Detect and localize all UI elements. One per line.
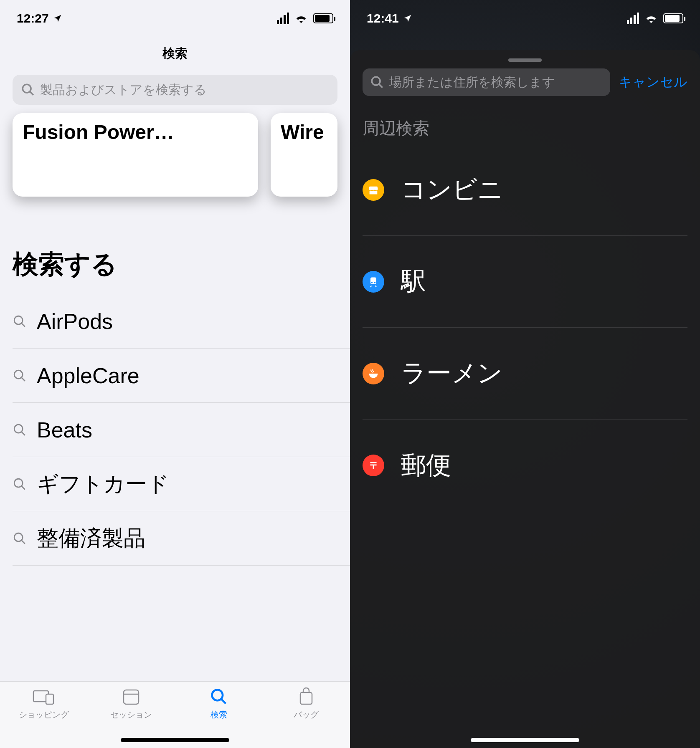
section-title: 検索する xyxy=(0,213,350,294)
nearby-item-station[interactable]: 駅 xyxy=(363,236,687,328)
bag-icon xyxy=(295,687,317,706)
search-sheet: 場所または住所を検索します キャンセル 周辺検索 コンビニ 駅 xyxy=(350,50,700,748)
store-icon xyxy=(363,179,384,201)
product-card-title: Fusion Power… xyxy=(23,121,174,143)
product-cards-row: Fusion Power… Wire xyxy=(0,113,350,213)
tab-label: 検索 xyxy=(211,709,227,720)
suggestion-label: AppleCare xyxy=(37,363,139,388)
apple-store-search-screen: 12:27 検索 製品およびストアを検索する Fusion Power… Wir… xyxy=(0,0,350,748)
battery-icon xyxy=(313,13,333,23)
nearby-label: ラーメン xyxy=(401,356,502,390)
tab-label: バッグ xyxy=(294,709,319,720)
search-icon xyxy=(13,423,27,437)
svg-point-25 xyxy=(371,282,373,283)
svg-point-26 xyxy=(374,282,376,283)
status-time: 12:27 xyxy=(17,11,49,25)
maps-search-screen: 12:41 場所または住所を検索します キャンセル 周辺検索 コンビニ xyxy=(350,0,700,748)
home-indicator[interactable] xyxy=(121,738,229,742)
suggestion-label: 整備済製品 xyxy=(37,524,145,553)
svg-point-2 xyxy=(14,316,23,324)
signal-icon xyxy=(627,13,639,24)
tab-label: セッション xyxy=(110,709,152,720)
home-indicator[interactable] xyxy=(471,738,579,742)
search-placeholder: 製品およびストアを検索する xyxy=(40,81,207,99)
signal-icon xyxy=(277,13,289,24)
product-card-title: Wire xyxy=(281,121,324,143)
svg-point-0 xyxy=(23,84,31,93)
nearby-list: コンビニ 駅 ラーメン 郵便 xyxy=(350,144,700,511)
search-icon xyxy=(208,687,230,706)
tab-shopping[interactable]: ショッピング xyxy=(15,687,73,748)
train-icon xyxy=(363,271,384,293)
svg-rect-14 xyxy=(124,690,139,704)
tab-label: ショッピング xyxy=(19,709,69,720)
devices-icon xyxy=(33,687,55,706)
svg-rect-21 xyxy=(300,692,312,704)
search-input[interactable]: 場所または住所を検索します xyxy=(363,68,610,96)
svg-line-11 xyxy=(21,540,25,544)
svg-point-22 xyxy=(372,77,380,85)
nav-title: 検索 xyxy=(0,37,350,71)
tab-bag[interactable]: バッグ xyxy=(277,687,335,748)
svg-point-19 xyxy=(212,690,223,701)
svg-point-10 xyxy=(14,533,23,541)
nearby-label: 郵便 xyxy=(401,449,451,483)
status-bar: 12:27 xyxy=(0,0,350,37)
suggestion-label: ギフトカード xyxy=(37,470,169,499)
battery-icon xyxy=(663,13,683,23)
status-bar: 12:41 xyxy=(350,0,700,37)
svg-line-9 xyxy=(21,486,25,490)
bowl-icon xyxy=(363,363,384,384)
post-icon xyxy=(363,455,384,476)
search-suggestion[interactable]: ギフトカード xyxy=(13,457,350,511)
search-suggestion[interactable]: AppleCare xyxy=(13,349,350,403)
svg-line-3 xyxy=(21,323,25,327)
svg-point-4 xyxy=(14,370,23,379)
search-placeholder: 場所または住所を検索します xyxy=(389,74,555,91)
sheet-grabber[interactable] xyxy=(508,58,542,62)
nearby-item-post[interactable]: 郵便 xyxy=(363,419,687,511)
nearby-item-convenience[interactable]: コンビニ xyxy=(363,144,687,236)
search-icon xyxy=(13,369,27,383)
search-icon xyxy=(13,314,27,329)
wifi-icon xyxy=(645,13,657,23)
wifi-icon xyxy=(295,13,307,23)
suggestion-label: Beats xyxy=(37,417,92,442)
cancel-button[interactable]: キャンセル xyxy=(619,73,687,91)
svg-point-6 xyxy=(14,425,23,433)
nearby-section-label: 周辺検索 xyxy=(350,109,700,144)
location-icon xyxy=(403,14,412,23)
search-input[interactable]: 製品およびストアを検索する xyxy=(13,75,337,105)
nearby-item-ramen[interactable]: ラーメン xyxy=(363,328,687,419)
search-suggestion[interactable]: AirPods xyxy=(13,294,350,349)
search-suggestion[interactable]: 整備済製品 xyxy=(13,511,350,566)
calendar-icon xyxy=(120,687,142,706)
search-icon xyxy=(13,531,27,546)
search-suggestions-list: AirPods AppleCare Beats ギフトカード 整備済製品 xyxy=(0,294,350,566)
svg-line-23 xyxy=(379,84,383,88)
search-icon xyxy=(21,83,35,97)
suggestion-label: AirPods xyxy=(37,309,113,334)
svg-rect-13 xyxy=(46,694,53,704)
product-card[interactable]: Wire xyxy=(271,113,337,197)
product-card[interactable]: Fusion Power… xyxy=(13,113,258,197)
search-suggestion[interactable]: Beats xyxy=(13,403,350,457)
svg-line-20 xyxy=(221,699,226,704)
svg-line-1 xyxy=(30,91,33,95)
nearby-label: 駅 xyxy=(401,265,426,298)
status-time: 12:41 xyxy=(367,11,399,25)
svg-point-8 xyxy=(14,479,23,487)
svg-line-7 xyxy=(21,432,25,435)
search-icon xyxy=(370,75,384,89)
nearby-label: コンビニ xyxy=(401,173,503,207)
svg-line-5 xyxy=(21,377,25,381)
search-icon xyxy=(13,477,27,491)
location-icon xyxy=(53,14,62,23)
